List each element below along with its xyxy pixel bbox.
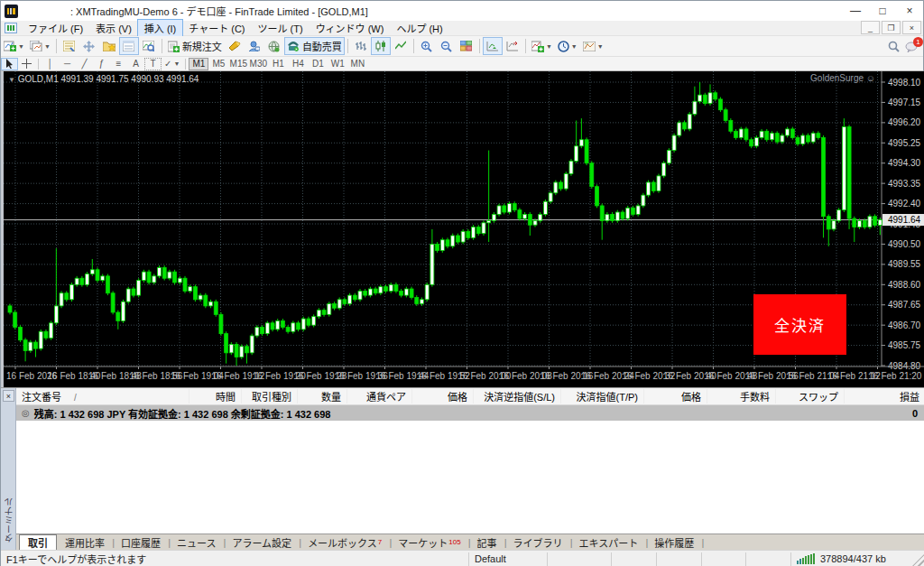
chevron-down-icon: ▼ (571, 43, 578, 50)
zoom-in-button[interactable] (417, 37, 437, 55)
maximize-button[interactable]: □ (869, 1, 896, 21)
zoom-out-button[interactable] (437, 37, 457, 55)
vertical-line-tool-button[interactable]: │ (42, 58, 59, 70)
column-header-4[interactable]: 通貨ペア (347, 389, 412, 404)
chart-ohlc-header: ▼ GOLD,M1 4991.39 4991.75 4990.93 4991.6… (8, 74, 199, 84)
terminal-panel-button[interactable] (119, 37, 139, 55)
timeframe-m1[interactable]: M1 (189, 58, 208, 70)
menu-item-2[interactable]: 挿入 (I) (138, 20, 182, 36)
terminal-tab-3[interactable]: ニュース (169, 534, 224, 550)
menu-item-4[interactable]: ツール (T) (252, 20, 310, 36)
status-connection: 378894/437 kb (791, 552, 924, 566)
auto-scroll-button[interactable] (483, 37, 503, 55)
column-header-6[interactable]: 決済逆指値(S/L) (474, 389, 561, 404)
close-all-button[interactable]: 全決済 (753, 294, 846, 355)
line-chart-mode-button[interactable] (391, 37, 411, 55)
arrows-tool-button[interactable]: ✓▼ (162, 58, 182, 70)
text-tool-button[interactable]: A (127, 58, 144, 70)
column-header-1[interactable]: 時間 (189, 389, 242, 404)
balance-text: 残高: 1 432 698 JPY 有効証拠金: 1 432 698 余剰証拠金… (34, 406, 331, 421)
timeframe-d1[interactable]: D1 (308, 58, 328, 70)
terminal-tab-0[interactable]: 取引 (19, 534, 57, 550)
terminal-tab-1[interactable]: 運用比率 (57, 534, 113, 550)
column-header-7[interactable]: 決済指値(T/P) (561, 389, 644, 404)
candlestick-mode-button[interactable] (371, 37, 391, 55)
trendline-tool-button[interactable]: ╱ (76, 58, 93, 70)
menu-item-6[interactable]: ヘルプ (H) (390, 20, 448, 36)
column-header-10[interactable]: スワップ (776, 389, 845, 404)
timeframe-h1[interactable]: H1 (268, 58, 288, 70)
terminal-close-icon[interactable]: × (3, 390, 14, 402)
periods-button[interactable]: ▼ (555, 37, 580, 55)
indicators-button[interactable]: ▼ (529, 37, 555, 55)
chart-window-icon[interactable] (5, 23, 17, 33)
timeframe-h4[interactable]: H4 (288, 58, 308, 70)
horizontal-line-tool-button[interactable]: ─ (59, 58, 76, 70)
minimize-button[interactable]: — (842, 1, 869, 21)
terminal-tab-10[interactable]: 操作履歴 (646, 534, 702, 550)
timeframe-mn[interactable]: MN (347, 58, 367, 70)
menu-item-0[interactable]: ファイル (F) (22, 20, 89, 36)
timeframe-m5[interactable]: M5 (208, 58, 228, 70)
timeframe-w1[interactable]: W1 (328, 58, 347, 70)
terminal-tab-4[interactable]: アラーム設定 (224, 534, 300, 550)
child-minimize-button[interactable]: _ (861, 21, 880, 34)
svg-text:4986.70: 4986.70 (888, 320, 921, 330)
chart-symbol: GOLD,M1 (18, 74, 59, 84)
timeframe-m30[interactable]: M30 (248, 58, 268, 70)
column-header-11[interactable]: 損益 (845, 389, 924, 404)
auto-trading-button[interactable]: 自動売買 (284, 37, 345, 55)
templates-button[interactable]: ▼ (580, 37, 606, 55)
data-window-button[interactable] (79, 37, 99, 55)
terminal-tab-9[interactable]: エキスパート (571, 534, 647, 550)
menu-item-3[interactable]: チャート (C) (182, 20, 251, 36)
terminal-tab-5[interactable]: メールボックス7 (300, 534, 390, 550)
column-header-5[interactable]: 価格 (412, 389, 474, 404)
search-icon[interactable] (888, 41, 900, 52)
cursor-tool-button[interactable] (1, 58, 18, 70)
child-restore-button[interactable]: ❐ (882, 21, 901, 34)
menu-item-1[interactable]: 表示 (V) (89, 20, 138, 36)
menu-item-5[interactable]: ウィンドウ (W) (310, 20, 391, 36)
fibonacci-tool-button[interactable]: ƒ (93, 58, 110, 70)
bar-chart-mode-button[interactable] (351, 37, 371, 55)
community-button[interactable] (245, 37, 264, 55)
terminal-tab-8[interactable]: ライブラリ (505, 534, 571, 550)
crosshair-tool-button[interactable] (18, 58, 35, 70)
sort-indicator: / (74, 393, 77, 403)
market-watch-button[interactable] (60, 37, 79, 55)
metaeditor-button[interactable] (225, 37, 245, 55)
tab-badge: 7 (378, 538, 382, 546)
column-header-0[interactable]: 注文番号/ (16, 389, 189, 404)
chart-area[interactable]: 4998.104997.154996.204995.254994.304993.… (1, 71, 924, 387)
status-profile[interactable]: Default (469, 552, 548, 566)
navigator-button[interactable] (99, 37, 119, 55)
terminal-tab-6[interactable]: マーケット105 (390, 534, 468, 550)
strategy-tester-button[interactable] (139, 37, 159, 55)
label-tool-button[interactable]: T (144, 58, 162, 70)
separator (479, 39, 480, 53)
terminal-tab-2[interactable]: 口座履歴 (113, 534, 169, 550)
child-close-button[interactable]: × (902, 21, 921, 34)
column-header-9[interactable]: 手数料 (707, 389, 776, 404)
notifications-icon[interactable]: 1 (905, 42, 918, 52)
channel-tool-button[interactable]: ≡ (110, 58, 127, 70)
tab-badge: 105 (448, 538, 460, 546)
column-header-2[interactable]: 取引種別 (242, 389, 298, 404)
column-header-8[interactable]: 価格 (644, 389, 707, 404)
separator (162, 39, 162, 53)
web-terminal-button[interactable] (264, 37, 284, 55)
collapse-indicator-icon[interactable]: ▼ (8, 76, 15, 84)
chart-shift-button[interactable] (503, 37, 522, 55)
chevron-down-icon: ▼ (44, 43, 51, 50)
close-button[interactable]: × (896, 1, 923, 21)
terminal-tab-7[interactable]: 記事 (469, 534, 505, 550)
profiles-button[interactable]: ▼ (27, 37, 53, 55)
new-order-button[interactable]: 新規注文 (165, 37, 225, 55)
new-chart-button[interactable]: ▼ (1, 37, 27, 55)
tile-windows-button[interactable] (457, 37, 476, 55)
chevron-down-icon: ▼ (546, 43, 552, 50)
chart-ohlc-values: 4991.39 4991.75 4990.93 4991.64 (61, 74, 199, 84)
timeframe-m15[interactable]: M15 (228, 58, 248, 70)
column-header-3[interactable]: 数量 (298, 389, 347, 404)
